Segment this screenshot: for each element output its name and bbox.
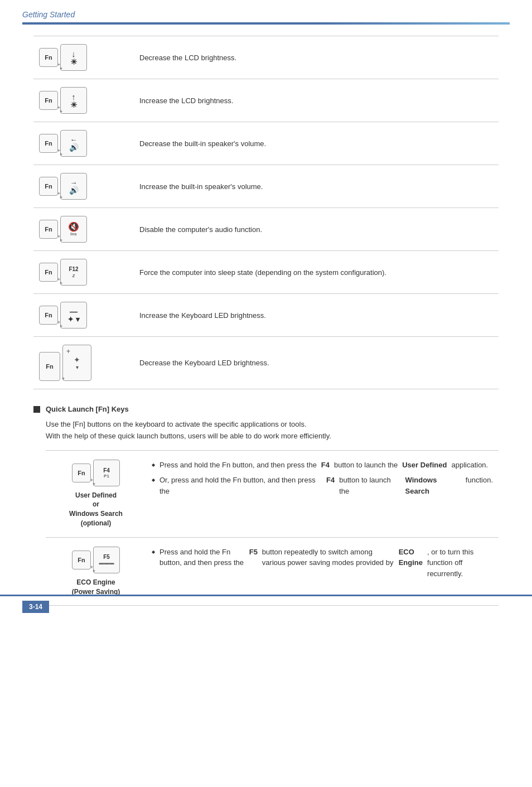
list-item: Press and hold the Fn button, and then p… <box>152 460 493 471</box>
key-combo-large: Fn + ✦ ▾ + <box>39 345 128 381</box>
key-combo-cell: Fn + ✦ ▾ + <box>33 337 134 389</box>
footer: 3-14 <box>0 595 532 617</box>
plus-sign: + <box>60 324 62 329</box>
func-wrapper: F4 P1 + <box>93 460 120 486</box>
plus-sign: + <box>60 66 62 71</box>
f5-key: F5 ▬▬▬ <box>93 547 120 573</box>
fn-key-wrapper: Fn + <box>39 91 58 110</box>
key-desc-cell: Disable the computer's audio function. <box>134 208 499 251</box>
label-line1: User Defined <box>75 491 117 499</box>
key-combo-cell: Fn + ↓ ☀ + <box>33 36 134 79</box>
fn-key: Fn <box>39 306 58 325</box>
func-key: 🔇 Ins <box>60 216 87 243</box>
key-combo: Fn + → 🔊 + <box>39 173 128 200</box>
fn-wrapper: Fn + <box>72 463 91 482</box>
func-key-wrapper: ↑ ☀ + <box>60 87 87 114</box>
ql-key-cell: Fn + F4 P1 + User Defined <box>46 450 146 537</box>
plus-sign: + <box>93 568 95 574</box>
func-key-wrapper: 🔇 Ins + <box>60 216 87 243</box>
table-row: Fn + ↑ ☀ + Increase the LCD brig <box>33 79 499 122</box>
key-combo: Fn + ↑ ☀ + <box>39 87 128 114</box>
key-description: Decrease the Keyboard LED brightness. <box>139 359 269 367</box>
func-key-wrapper: — ✦ ▾ + <box>60 302 87 329</box>
fn-key: Fn <box>39 263 58 282</box>
fn-key: Fn <box>72 551 91 569</box>
key-desc-cell: Increase the LCD brightness. <box>134 79 499 122</box>
fn-key-wrapper: Fn + <box>39 220 58 239</box>
key-desc-cell: Decrease the Keyboard LED brightness. <box>134 337 499 389</box>
key-description: Increase the Keyboard LED brightness. <box>139 311 266 320</box>
arrow-icon: ▾ <box>76 364 79 370</box>
label-line2: or <box>93 500 99 508</box>
key-description: Decrease the LCD brightness. <box>139 54 236 62</box>
ql-key-label: User Defined or Windows Search (optional… <box>51 491 141 528</box>
key-combo-cell: Fn + — ✦ ▾ + <box>33 294 134 337</box>
key-description: Force the computer into sleep state (dep… <box>139 268 386 277</box>
ql-bullet-list: Press and hold the Fn button, and then p… <box>152 460 493 497</box>
list-item: Or, press and hold the Fn button, and th… <box>152 475 493 496</box>
fn-key: Fn <box>39 177 58 196</box>
ql-key-combo: Fn + F4 P1 + <box>51 460 141 486</box>
plus-sign: + <box>60 109 62 114</box>
key-desc-cell: Force the computer into sleep state (dep… <box>134 251 499 294</box>
table-row: Fn + — ✦ ▾ + Increase the Keyboa <box>33 294 499 337</box>
key-combo-cell: Fn + F12 z + <box>33 251 134 294</box>
key-combo-cell: Fn + ↑ ☀ + <box>33 79 134 122</box>
table-row: Fn + ✦ ▾ + Decrease the Keyboa <box>33 337 499 389</box>
key-combo: Fn + ← 🔊 + <box>39 130 128 157</box>
key-description: Increase the LCD brightness. <box>139 96 233 105</box>
table-row: Fn + → 🔊 + Increase the built-i <box>33 165 499 208</box>
header: Getting Started <box>0 0 532 25</box>
ql-bullet-list: Press and hold the Fn button, and then p… <box>152 547 493 580</box>
func-key: ← 🔊 <box>60 130 87 157</box>
table-row: Fn + ↓ ☀ + Decrease the LCD brig <box>33 36 499 79</box>
ql-desc-cell: Press and hold the Fn button, and then p… <box>146 450 499 537</box>
label-line4: (optional) <box>81 519 112 527</box>
func-key: ↓ ☀ <box>60 44 87 71</box>
fn-key-wrapper: Fn + <box>39 177 58 196</box>
fn-key-wrapper: Fn + <box>39 306 58 325</box>
quick-launch-title: Quick Launch [Fn] Keys <box>46 405 129 413</box>
label-line1: ECO Engine <box>76 578 115 586</box>
key-combo: Fn + — ✦ ▾ + <box>39 302 128 329</box>
key-combo: Fn + F12 z + <box>39 259 128 286</box>
fn-key: Fn <box>39 91 58 110</box>
content: Fn + ↓ ☀ + Decrease the LCD brig <box>0 25 532 617</box>
key-desc-cell: Increase the built-in speaker's volume. <box>134 165 499 208</box>
key-description: Disable the computer's audio function. <box>139 225 262 234</box>
key-combo-cell: Fn + 🔇 Ins + <box>33 208 134 251</box>
key-combo: Fn + ↓ ☀ + <box>39 44 128 71</box>
func-key: → 🔊 <box>60 173 87 200</box>
func-key: — ✦ ▾ <box>60 302 87 329</box>
func-large-wrapper: + ✦ ▾ + <box>62 345 91 381</box>
bullet-square-icon <box>33 406 40 413</box>
f4-key: F4 P1 <box>93 460 120 486</box>
intro-line-2: With the help of these quick launch butt… <box>46 431 499 442</box>
fn-key-wrapper: Fn + <box>39 48 58 67</box>
key-description: Increase the built-in speaker's volume. <box>139 182 263 191</box>
fn-large-wrapper: Fn <box>39 352 60 381</box>
func-key-wrapper: → 🔊 + <box>60 173 87 200</box>
table-row: Fn + ← 🔊 + Decrease the built-i <box>33 122 499 165</box>
plus-sign: + <box>93 481 95 487</box>
fn-key-wrapper: Fn + <box>39 134 58 153</box>
key-function-table: Fn + ↓ ☀ + Decrease the LCD brig <box>33 36 499 389</box>
key-desc-cell: Decrease the LCD brightness. <box>134 36 499 79</box>
key-desc-cell: Decrease the built-in speaker's volume. <box>134 122 499 165</box>
ql-key-combo: Fn + F5 ▬▬▬ + <box>51 547 141 573</box>
plus-sign: + <box>60 195 62 200</box>
func-key: ↑ ☀ <box>60 87 87 114</box>
key-description: Decrease the built-in speaker's volume. <box>139 139 266 148</box>
table-row: Fn + 🔇 Ins + Disable the comput <box>33 208 499 251</box>
key-combo-cell: Fn + → 🔊 + <box>33 165 134 208</box>
fn-key: Fn <box>39 220 58 239</box>
plus-sign: + <box>62 376 65 382</box>
label-line3: Windows Search <box>69 510 123 518</box>
fn-key: Fn <box>39 134 58 153</box>
plus-sign: + <box>60 152 62 157</box>
key-desc-cell: Increase the Keyboard LED brightness. <box>134 294 499 337</box>
fn-wrapper: Fn + <box>72 551 91 569</box>
fn-key: Fn <box>39 48 58 67</box>
quick-launch-section-header: Quick Launch [Fn] Keys <box>33 405 499 413</box>
header-title: Getting Started <box>22 10 510 19</box>
